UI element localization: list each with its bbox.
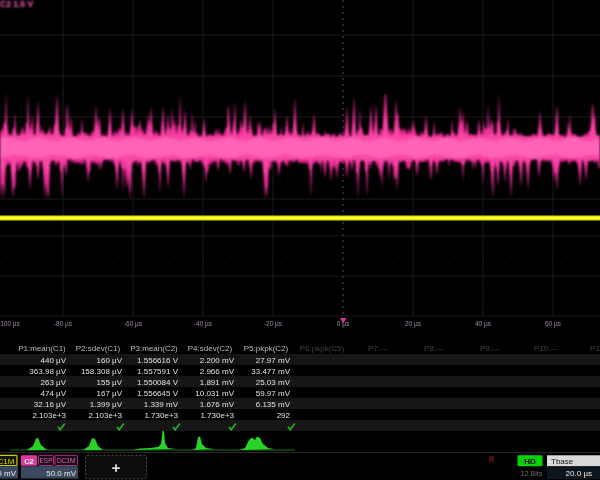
svg-text:1.339 mV: 1.339 mV <box>144 400 179 409</box>
svg-text:440 µV: 440 µV <box>40 356 66 365</box>
svg-text:-80 µs: -80 µs <box>54 320 73 328</box>
svg-text:C2: C2 <box>24 457 34 466</box>
svg-text:25.03 mV: 25.03 mV <box>256 378 291 387</box>
svg-text:1.730e+3: 1.730e+3 <box>200 411 234 420</box>
svg-text:-60 µs: -60 µs <box>124 320 143 328</box>
svg-text:DC1M: DC1M <box>57 457 75 464</box>
svg-text:2.103e+3: 2.103e+3 <box>88 411 122 420</box>
svg-text:2.103e+3: 2.103e+3 <box>32 411 66 420</box>
svg-text:12 Bits: 12 Bits <box>521 470 543 477</box>
svg-text:6.135 mV: 6.135 mV <box>256 400 291 409</box>
svg-text:2.200 mV: 2.200 mV <box>200 356 235 365</box>
svg-text:P6:pkpk(C5): P6:pkpk(C5) <box>300 344 345 353</box>
svg-text:474 µV: 474 µV <box>40 389 66 398</box>
svg-text:DC1M: DC1M <box>0 457 15 466</box>
svg-text:33.477 mV: 33.477 mV <box>251 367 290 376</box>
svg-text:1.550084 V: 1.550084 V <box>137 378 179 387</box>
svg-text:292: 292 <box>277 411 291 420</box>
svg-text:1.557591 V: 1.557591 V <box>137 367 179 376</box>
svg-text:1.556616 V: 1.556616 V <box>137 356 179 365</box>
svg-text:20 µs: 20 µs <box>405 320 422 328</box>
svg-text:P2:sdev(C1): P2:sdev(C1) <box>76 344 121 353</box>
svg-text:P9:---: P9:--- <box>480 344 500 353</box>
svg-text:P7:---: P7:--- <box>368 344 388 353</box>
svg-text:160 µV: 160 µV <box>96 356 122 365</box>
svg-text:1.399 µV: 1.399 µV <box>90 400 123 409</box>
svg-text:P3:mean(C2): P3:mean(C2) <box>130 344 178 353</box>
svg-text:167 µV: 167 µV <box>96 389 122 398</box>
svg-text:363.98 µV: 363.98 µV <box>29 367 66 376</box>
svg-text:1.891 mV: 1.891 mV <box>200 378 235 387</box>
svg-text:ESP: ESP <box>39 457 52 464</box>
svg-text:P10:---: P10:--- <box>534 344 559 353</box>
svg-text:-100 µs: -100 µs <box>0 320 21 328</box>
svg-text:158.308 µV: 158.308 µV <box>81 367 123 376</box>
svg-text:Tbase: Tbase <box>551 457 574 466</box>
svg-text:-40 µs: -40 µs <box>194 320 213 328</box>
svg-text:P8:---: P8:--- <box>424 344 444 353</box>
svg-text:-20 µs: -20 µs <box>264 320 283 328</box>
svg-text:20.0 µs: 20.0 µs <box>566 469 592 478</box>
svg-text:40 µs: 40 µs <box>475 320 492 328</box>
svg-text:P11:---: P11:--- <box>590 344 600 353</box>
svg-text:HD: HD <box>524 457 536 466</box>
svg-text:0 mV: 0 mV <box>0 469 17 478</box>
svg-text:2.966 mV: 2.966 mV <box>200 367 235 376</box>
svg-text:C2 1.5 V: C2 1.5 V <box>0 0 33 9</box>
svg-text:50.0 mV: 50.0 mV <box>46 469 76 478</box>
svg-text:0 µs: 0 µs <box>337 320 350 328</box>
svg-text:263 µV: 263 µV <box>40 378 66 387</box>
svg-text:P5:pkpk(C2): P5:pkpk(C2) <box>244 344 289 353</box>
svg-text:P4:sdev(C2): P4:sdev(C2) <box>188 344 233 353</box>
svg-text:27.97 mV: 27.97 mV <box>256 356 291 365</box>
svg-text:32.16 µV: 32.16 µV <box>34 400 67 409</box>
svg-text:1.676 mV: 1.676 mV <box>200 400 235 409</box>
svg-text:1.556645 V: 1.556645 V <box>137 389 179 398</box>
svg-text:10.031 mV: 10.031 mV <box>195 389 234 398</box>
svg-text:59.97 mV: 59.97 mV <box>256 389 291 398</box>
svg-text:155 µV: 155 µV <box>96 378 122 387</box>
svg-text:1.730e+3: 1.730e+3 <box>144 411 178 420</box>
svg-text:P1:mean(C1): P1:mean(C1) <box>18 344 66 353</box>
svg-text:60 µs: 60 µs <box>545 320 562 328</box>
